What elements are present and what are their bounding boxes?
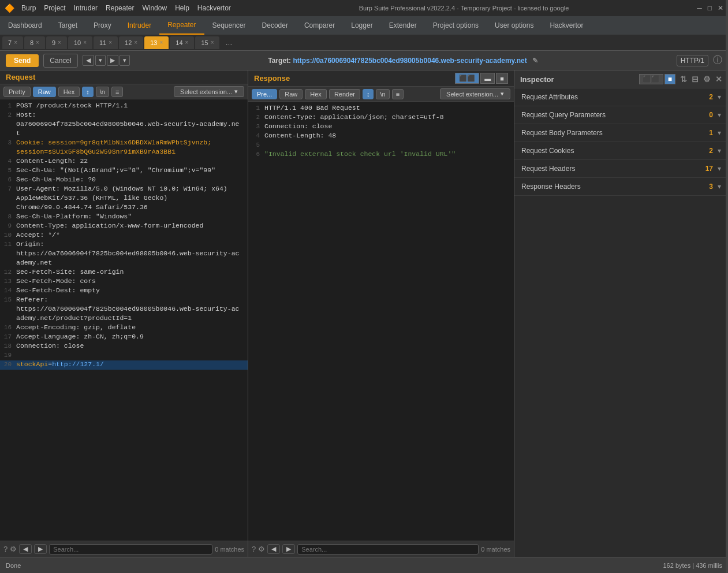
prev-dropdown[interactable]: ▾: [95, 55, 106, 66]
inspector-chevron-down-icon: ▾: [718, 111, 721, 119]
tab-14[interactable]: 14×: [170, 36, 194, 49]
request-help-icon[interactable]: ?: [3, 545, 8, 553]
inspector-attr-name: Request Body Parameters: [521, 129, 709, 137]
nav-target[interactable]: Target: [50, 16, 85, 35]
request-search-input[interactable]: [49, 544, 212, 555]
response-list-btn[interactable]: ≡: [392, 89, 404, 99]
maximize-button[interactable]: □: [708, 4, 712, 12]
request-list-btn[interactable]: ≡: [111, 87, 123, 97]
help-icon[interactable]: ⓘ: [713, 54, 722, 66]
close-button[interactable]: ✕: [718, 4, 723, 12]
tab-7-close[interactable]: ×: [14, 39, 17, 46]
tab-11[interactable]: 11×: [94, 36, 118, 49]
nav-dashboard[interactable]: Dashboard: [0, 16, 50, 35]
tab-8-close[interactable]: ×: [36, 39, 39, 46]
inspector-request-attributes[interactable]: Request Attributes 2 ▾: [514, 88, 728, 106]
menu-burp[interactable]: Burp: [21, 4, 36, 12]
request-gear-icon[interactable]: ⚙: [10, 545, 17, 553]
next-arrow[interactable]: ▶: [107, 55, 118, 66]
inspector-close-icon[interactable]: ✕: [715, 75, 722, 84]
cancel-button[interactable]: Cancel: [43, 54, 77, 68]
menu-intruder[interactable]: Intruder: [74, 4, 98, 12]
inspector-request-cookies[interactable]: Request Cookies 2 ▾: [514, 142, 728, 160]
tab-15-close[interactable]: ×: [211, 39, 214, 46]
menu-repeater[interactable]: Repeater: [106, 4, 134, 12]
response-prev-arrow[interactable]: ◀: [267, 544, 280, 554]
inspector-request-query-params[interactable]: Request Query Parameters 0 ▾: [514, 106, 728, 124]
response-single-btn[interactable]: ■: [496, 73, 508, 84]
inspector-response-headers[interactable]: Response Headers 3 ▾: [514, 178, 728, 196]
inspector-filter-icon[interactable]: ⊟: [692, 75, 699, 84]
nav-decoder[interactable]: Decoder: [254, 16, 296, 35]
minimize-button[interactable]: ─: [697, 4, 702, 12]
request-prev-arrow[interactable]: ◀: [19, 544, 32, 554]
request-raw-btn[interactable]: Raw: [33, 87, 56, 97]
response-code-area[interactable]: 1HTTP/1.1 400 Bad Request 2Content-Type:…: [248, 102, 514, 541]
menu-window[interactable]: Window: [142, 4, 167, 12]
tab-10-close[interactable]: ×: [83, 39, 87, 46]
tab-9-close[interactable]: ×: [58, 39, 61, 46]
nav-user-options[interactable]: User options: [487, 16, 542, 35]
response-split-v-btn[interactable]: ⬛⬛: [455, 73, 479, 84]
nav-comparer[interactable]: Comparer: [296, 16, 343, 35]
response-wrap-btn[interactable]: \n: [376, 89, 389, 99]
response-stream-btn[interactable]: ↕: [363, 89, 374, 99]
response-hex-btn[interactable]: Hex: [305, 89, 327, 99]
code-line: 9Content-Type: application/x-www-form-ur…: [0, 222, 248, 231]
tab-8[interactable]: 8×: [24, 36, 45, 49]
request-code-area[interactable]: 1POST /product/stock HTTP/1.1 2Host: 0a7…: [0, 99, 248, 541]
inspector-request-headers[interactable]: Request Headers 17 ▾: [514, 160, 728, 178]
inspector-view-split[interactable]: ⬛⬛: [639, 74, 663, 84]
inspector-sort-icon[interactable]: ⇅: [680, 75, 687, 84]
tab-7[interactable]: 7×: [2, 36, 23, 49]
tab-10[interactable]: 10×: [68, 36, 92, 49]
tab-12-close[interactable]: ×: [134, 39, 137, 46]
request-wrap-btn[interactable]: \n: [96, 87, 109, 97]
response-next-arrow[interactable]: ▶: [282, 544, 295, 554]
inspector-gear-icon[interactable]: ⚙: [703, 75, 711, 84]
nav-repeater[interactable]: Repeater: [159, 16, 204, 35]
tab-12[interactable]: 12×: [119, 36, 143, 49]
nav-proxy[interactable]: Proxy: [85, 16, 120, 35]
tab-more[interactable]: …: [221, 39, 237, 47]
nav-extender[interactable]: Extender: [381, 16, 425, 35]
request-pretty-btn[interactable]: Pretty: [3, 87, 31, 97]
tab-13-close[interactable]: ×: [159, 39, 163, 46]
tab-9[interactable]: 9×: [46, 36, 67, 49]
response-select-extension[interactable]: Select extension... ▾: [440, 88, 510, 99]
response-render-btn[interactable]: Render: [329, 89, 360, 99]
send-button[interactable]: Send: [6, 54, 39, 67]
request-next-arrow[interactable]: ▶: [34, 544, 47, 554]
request-hex-btn[interactable]: Hex: [58, 87, 80, 97]
nav-sequencer[interactable]: Sequencer: [204, 16, 254, 35]
response-search-input[interactable]: [297, 544, 479, 555]
nav-hackvertor[interactable]: Hackvertor: [542, 16, 591, 35]
next-dropdown[interactable]: ▾: [120, 55, 130, 66]
menu-help[interactable]: Help: [175, 4, 189, 12]
nav-logger[interactable]: Logger: [343, 16, 380, 35]
code-line: 18Connection: close: [0, 342, 248, 351]
response-raw-btn[interactable]: Raw: [279, 89, 303, 99]
code-line: 5: [248, 141, 514, 150]
inspector-view-single[interactable]: ■: [664, 74, 675, 84]
response-gear-icon[interactable]: ⚙: [258, 545, 265, 553]
inspector-chevron-down-icon: ▾: [718, 93, 721, 101]
response-pretty-btn[interactable]: Pre...: [252, 89, 277, 99]
code-line: 13Sec-Fetch-Mode: cors: [0, 277, 248, 286]
response-split-h-btn[interactable]: ▬: [480, 73, 495, 84]
tab-15[interactable]: 15×: [195, 36, 219, 49]
tab-14-close[interactable]: ×: [185, 39, 189, 46]
menu-hackvertor[interactable]: Hackvertor: [197, 4, 231, 12]
tab-13[interactable]: 13×: [144, 36, 169, 49]
request-follow-redirects-btn[interactable]: ↕: [82, 87, 94, 97]
tab-11-close[interactable]: ×: [109, 39, 112, 46]
prev-arrow[interactable]: ◀: [83, 55, 94, 66]
nav-project-options[interactable]: Project options: [425, 16, 487, 35]
http-version[interactable]: HTTP/1: [677, 55, 708, 66]
menu-project[interactable]: Project: [44, 4, 65, 12]
request-select-extension[interactable]: Select extension... ▾: [174, 86, 244, 97]
nav-intruder[interactable]: Intruder: [120, 16, 159, 35]
inspector-request-body-params[interactable]: Request Body Parameters 1 ▾: [514, 124, 728, 142]
edit-icon[interactable]: ✎: [532, 57, 538, 65]
response-help-icon[interactable]: ?: [252, 545, 256, 553]
